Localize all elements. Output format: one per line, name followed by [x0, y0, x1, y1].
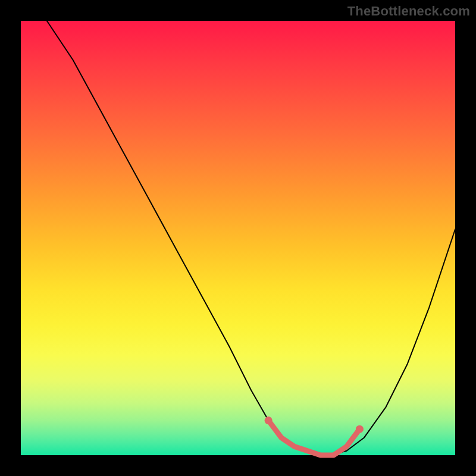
plot-background-gradient: [21, 21, 455, 455]
chart-frame: TheBottleneck.com: [0, 0, 476, 476]
watermark-text: TheBottleneck.com: [347, 4, 470, 19]
